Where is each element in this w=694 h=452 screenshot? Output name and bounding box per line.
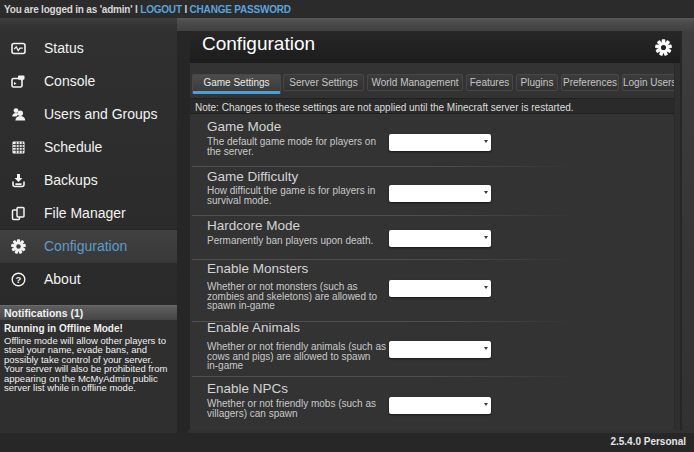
- svg-text:?: ?: [16, 274, 22, 285]
